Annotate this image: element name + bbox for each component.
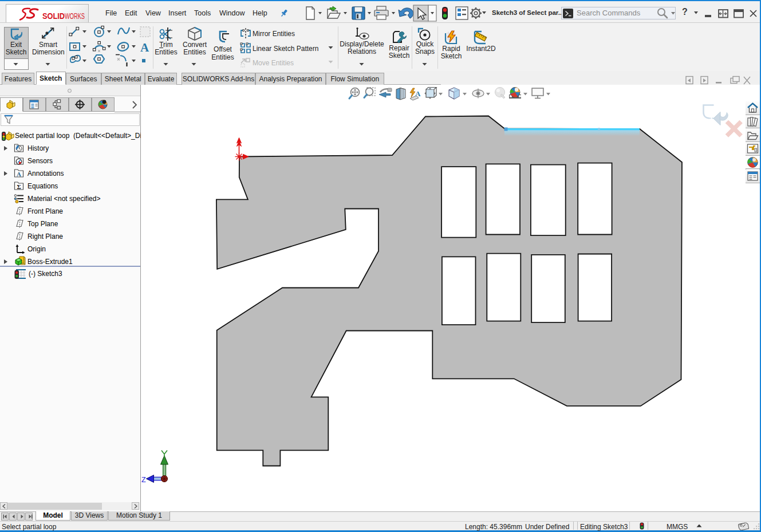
svg-text:SOLID: SOLID <box>42 11 65 21</box>
svg-text:WORKS: WORKS <box>65 11 85 21</box>
svg-text:Σ: Σ <box>17 183 21 190</box>
svg-text:Z: Z <box>141 476 146 484</box>
svg-text:A: A <box>17 171 21 178</box>
svg-text:A: A <box>415 89 421 98</box>
svg-text:A: A <box>140 41 149 54</box>
